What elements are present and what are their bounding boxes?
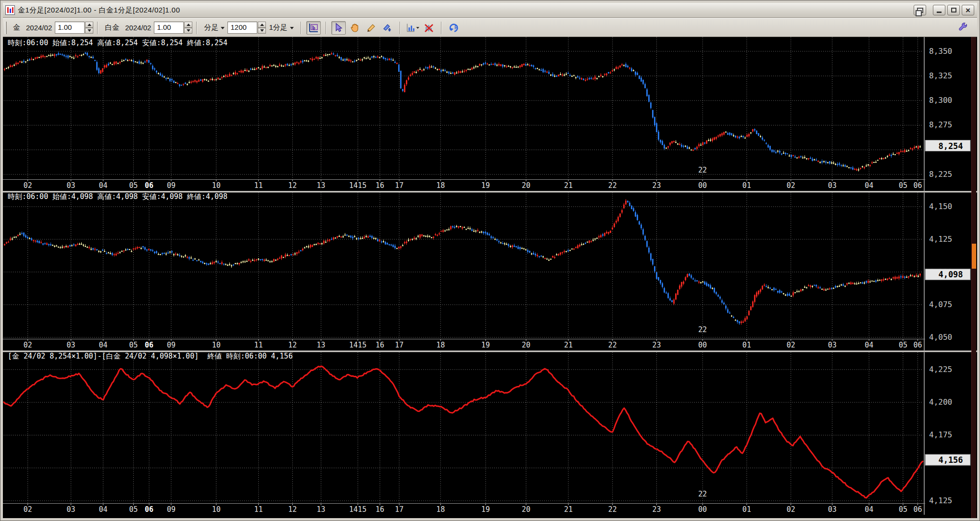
svg-text:11: 11 (254, 341, 263, 349)
svg-text:04: 04 (99, 341, 107, 349)
svg-text:4,125: 4,125 (929, 235, 952, 244)
svg-text:8,254: 8,254 (938, 141, 963, 151)
svg-text:09: 09 (167, 341, 176, 349)
svg-text:1415: 1415 (349, 341, 366, 349)
svg-text:04: 04 (865, 341, 873, 349)
svg-text:05: 05 (899, 181, 907, 190)
panel-splitter[interactable] (3, 350, 977, 352)
chart-pointer-button[interactable] (306, 21, 321, 35)
pan-tool-button[interactable] (348, 21, 362, 35)
marker-tool-button[interactable] (380, 21, 395, 35)
svg-text:03: 03 (828, 505, 837, 514)
svg-text:18: 18 (436, 505, 445, 514)
platinum-multiplier-input[interactable]: 1.00 (154, 22, 184, 34)
svg-text:10: 10 (212, 181, 221, 190)
right-scroll-strip[interactable] (971, 37, 976, 518)
bar-count-input[interactable]: 1200 (227, 22, 257, 34)
svg-text:06: 06 (913, 181, 922, 190)
toolbar-separator (301, 22, 302, 34)
maximize-icon (951, 8, 956, 12)
svg-text:4,075: 4,075 (929, 300, 952, 309)
svg-text:03: 03 (828, 341, 837, 349)
gold-chart-panel[interactable]: 時刻:06:00 始値:8,254 高値:8,254 安値:8,254 終値:8… (3, 37, 977, 191)
platinum-month-label: 2024/02 (125, 24, 151, 32)
gold-month-label: 2024/02 (26, 24, 52, 32)
svg-text:01: 01 (742, 505, 751, 514)
svg-text:05: 05 (899, 341, 907, 349)
wrench-icon (957, 22, 969, 34)
app-icon (5, 5, 15, 15)
maximize-button[interactable] (947, 5, 960, 15)
svg-text:21: 21 (564, 181, 573, 190)
cascade-icon (917, 8, 923, 13)
scroll-strip-marker[interactable] (972, 244, 976, 269)
gold-multiplier-input[interactable]: 1.00 (55, 22, 85, 34)
svg-text:12: 12 (288, 505, 297, 514)
svg-text:4,225: 4,225 (929, 365, 952, 374)
bar-count-down-button[interactable] (258, 28, 266, 34)
gold-multiplier-down-button[interactable] (85, 28, 93, 34)
svg-text:4,156: 4,156 (938, 455, 963, 465)
svg-text:03: 03 (67, 181, 75, 190)
toolbar-separator (400, 22, 401, 34)
toolbar-grip[interactable] (5, 22, 7, 34)
svg-text:8,325: 8,325 (929, 71, 952, 80)
svg-text:03: 03 (67, 505, 75, 514)
svg-text:06: 06 (913, 341, 922, 349)
toolbar-separator (326, 22, 327, 34)
gold-multiplier-up-button[interactable] (85, 22, 93, 28)
platinum-multiplier-down-button[interactable] (184, 28, 192, 34)
svg-text:18: 18 (436, 341, 445, 349)
gold-multiplier-spinner: 1.00 (55, 22, 93, 34)
svg-text:13: 13 (317, 505, 326, 514)
chart-area: 時刻:06:00 始値:8,254 高値:8,254 安値:8,254 終値:8… (3, 37, 977, 518)
svg-text:02: 02 (787, 341, 795, 349)
svg-text:21: 21 (564, 341, 573, 349)
svg-text:01: 01 (742, 181, 751, 190)
svg-text:19: 19 (481, 341, 490, 349)
svg-text:22: 22 (608, 505, 617, 514)
svg-text:05: 05 (129, 341, 138, 349)
bar-interval-dropdown[interactable]: 1分足 (269, 23, 293, 32)
bar-type-dropdown[interactable]: 分足 (204, 23, 225, 32)
platinum-multiplier-up-button[interactable] (184, 22, 192, 28)
reload-button[interactable]: R (447, 21, 461, 35)
cursor-tool-button[interactable] (331, 21, 346, 35)
svg-text:09: 09 (167, 181, 176, 190)
panel-splitter[interactable] (3, 191, 977, 193)
svg-text:00: 00 (698, 181, 707, 190)
minimize-button[interactable] (933, 5, 945, 15)
toolbar-separator (97, 22, 98, 34)
svg-text:04: 04 (865, 505, 873, 514)
settings-button[interactable] (956, 21, 970, 35)
svg-text:00: 00 (698, 341, 707, 349)
cursor-icon (333, 23, 344, 33)
gold-label: 金 (13, 23, 20, 32)
chevron-down-icon (221, 27, 225, 29)
svg-text:21: 21 (564, 505, 573, 514)
toolbar-separator (441, 22, 442, 34)
gold-1min-svg: 0203040506091011121314151617181920212223… (3, 37, 977, 191)
svg-text:02: 02 (24, 341, 32, 349)
chart-style-dropdown-button[interactable] (405, 21, 420, 35)
gold-platinum-spread-svg: 0203040506091011121314151617181920212223… (3, 350, 977, 515)
svg-text:04: 04 (99, 505, 107, 514)
platinum-chart-panel[interactable]: 時刻:06:00 始値:4,098 高値:4,098 安値:4,098 終値:4… (3, 191, 977, 350)
toolbar: 金 2024/02 1.00 白金 2024/02 1.00 分足 1200 1… (3, 18, 977, 37)
svg-text:22: 22 (608, 181, 617, 190)
toolbar-separator (196, 22, 197, 34)
bar-count-up-button[interactable] (258, 22, 266, 28)
remove-indicator-button[interactable] (422, 21, 436, 35)
svg-text:02: 02 (787, 181, 795, 190)
close-button[interactable]: × (962, 5, 974, 15)
gold-ohlc-readout: 時刻:06:00 始値:8,254 高値:8,254 安値:8,254 終値:8… (8, 38, 227, 48)
window-title: 金1分足[2024/02]1.00 - 白金1分足[2024/02]1.00 (18, 6, 180, 15)
cascade-windows-button[interactable] (914, 5, 926, 15)
svg-text:05: 05 (129, 181, 138, 190)
svg-text:04: 04 (99, 181, 107, 190)
draw-line-button[interactable] (364, 21, 378, 35)
window-buttons: × (914, 5, 977, 15)
svg-text:16: 16 (376, 181, 384, 190)
spread-chart-panel[interactable]: [金 24/02 8,254×1.00]-[白金 24/02 4,098×1.0… (3, 350, 977, 515)
spread-readout: [金 24/02 8,254×1.00]-[白金 24/02 4,098×1.0… (8, 352, 293, 361)
